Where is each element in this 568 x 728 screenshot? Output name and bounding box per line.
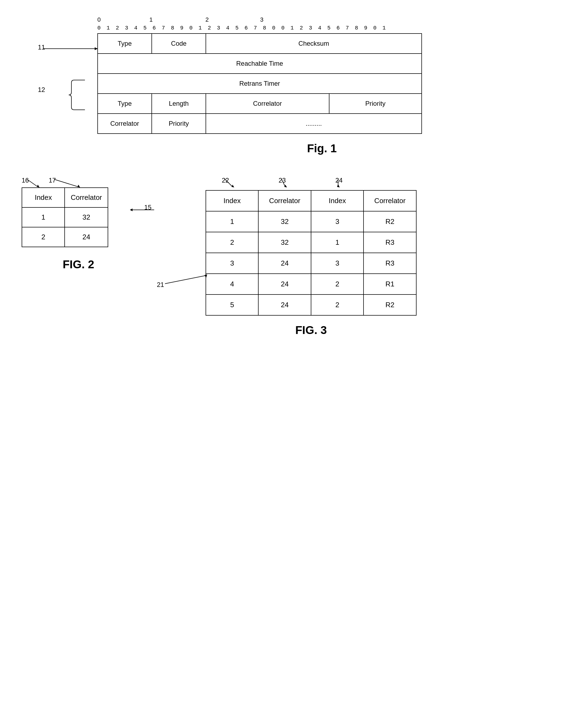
cell-retrans: Retrans Timer bbox=[98, 74, 422, 94]
table-row: Type Length Correlator Priority bbox=[98, 94, 422, 114]
fig2-section: 16 17 Index Correlator bbox=[22, 177, 135, 271]
table-row: 2 24 bbox=[22, 227, 108, 247]
arrow-15 bbox=[130, 206, 157, 214]
table-row: 2 32 1 R3 bbox=[206, 232, 416, 253]
cell-r2c3: 1 bbox=[311, 232, 364, 253]
cell-r3c4: R3 bbox=[364, 253, 416, 274]
cell-r5c2: 24 bbox=[258, 294, 311, 315]
cell-correlator-1: Correlator bbox=[206, 94, 329, 114]
bit-ruler: 0 1 2 3 0 1 2 3 4 5 6 7 8 9 0 1 2 3 4 5 … bbox=[97, 16, 546, 31]
cell-length: Length bbox=[152, 94, 206, 114]
cell-r1c2: 32 bbox=[258, 211, 311, 232]
fig3-section: 22 23 24 bbox=[184, 177, 417, 337]
svg-line-2 bbox=[27, 179, 38, 187]
fig3-table: Index Correlator Index Correlator 1 32 3… bbox=[206, 190, 417, 316]
cell-r5c4: R2 bbox=[364, 294, 416, 315]
cell-2: 2 bbox=[22, 227, 65, 247]
bit-numbers: 0 1 2 3 4 5 6 7 8 9 0 1 2 3 4 5 6 7 8 0 … bbox=[97, 25, 546, 31]
table-row: 5 24 2 R2 bbox=[206, 294, 416, 315]
col-arrows bbox=[206, 177, 417, 190]
cell-r3c2: 24 bbox=[258, 253, 311, 274]
cell-r2c1: 2 bbox=[206, 232, 258, 253]
cell-dots: ......... bbox=[206, 114, 422, 134]
cell-priority-2: Priority bbox=[152, 114, 206, 134]
arrow-21 bbox=[162, 273, 216, 286]
label-12: 12 bbox=[38, 86, 45, 94]
cell-checksum: Checksum bbox=[206, 34, 422, 54]
packet-table: Type Code Checksum Reachable Time Retran… bbox=[97, 33, 422, 134]
cell-correlator-2: Correlator bbox=[98, 114, 152, 134]
col-index-2-header: Index bbox=[311, 190, 364, 211]
cell-r1c4: R2 bbox=[364, 211, 416, 232]
arrow-12 bbox=[47, 79, 101, 111]
table-row: Retrans Timer bbox=[98, 74, 422, 94]
cell-r5c3: 2 bbox=[311, 294, 364, 315]
ruler-major-0: 0 bbox=[97, 16, 101, 23]
col-correlator-header: Correlator bbox=[65, 188, 108, 207]
cell-code: Code bbox=[152, 34, 206, 54]
col-correlator-2-header: Correlator bbox=[364, 190, 416, 211]
table-row: 1 32 3 R2 bbox=[206, 211, 416, 232]
fig1-section: 0 1 2 3 0 1 2 3 4 5 6 7 8 9 0 1 2 3 4 5 … bbox=[22, 16, 546, 155]
table-row: 4 24 2 R1 bbox=[206, 274, 416, 294]
cell-32-1: 32 bbox=[65, 207, 108, 227]
col-index-1-header: Index bbox=[206, 190, 258, 211]
fig1-caption: Fig. 1 bbox=[97, 142, 546, 155]
cell-1: 1 bbox=[22, 207, 65, 227]
table-row: 3 24 3 R3 bbox=[206, 253, 416, 274]
ruler-major-3: 3 bbox=[260, 16, 263, 23]
table-row: Index Correlator Index Correlator bbox=[206, 190, 416, 211]
ruler-major-1: 1 bbox=[149, 16, 153, 23]
svg-marker-5 bbox=[77, 185, 80, 187]
svg-line-8 bbox=[224, 179, 233, 187]
fig3-col-labels: 22 23 24 bbox=[206, 177, 417, 190]
svg-line-10 bbox=[281, 179, 285, 187]
cell-r1c1: 1 bbox=[206, 211, 258, 232]
cell-r1c3: 3 bbox=[311, 211, 364, 232]
ruler-major-2: 2 bbox=[206, 16, 209, 23]
col-index-header: Index bbox=[22, 188, 65, 207]
svg-line-4 bbox=[54, 179, 78, 187]
table-row: Type Code Checksum bbox=[98, 34, 422, 54]
page: 0 1 2 3 0 1 2 3 4 5 6 7 8 9 0 1 2 3 4 5 … bbox=[0, 0, 568, 728]
svg-line-14 bbox=[165, 276, 206, 284]
table-row: Reachable Time bbox=[98, 54, 422, 74]
svg-marker-15 bbox=[204, 274, 207, 278]
cell-type-1: Type bbox=[98, 34, 152, 54]
svg-marker-1 bbox=[95, 47, 98, 50]
cell-r2c2: 32 bbox=[258, 232, 311, 253]
table-row: Index Correlator bbox=[22, 188, 108, 207]
fig2-caption: FIG. 2 bbox=[22, 258, 135, 271]
table-row: 1 32 bbox=[22, 207, 108, 227]
cell-type-2: Type bbox=[98, 94, 152, 114]
cell-reachable: Reachable Time bbox=[98, 54, 422, 74]
fig2-fig3-row: 16 17 Index Correlator bbox=[22, 177, 546, 337]
table-row: Correlator Priority ......... bbox=[98, 114, 422, 134]
cell-24-1: 24 bbox=[65, 227, 108, 247]
cell-r3c3: 3 bbox=[311, 253, 364, 274]
cell-r2c4: R3 bbox=[364, 232, 416, 253]
cell-priority-1: Priority bbox=[329, 94, 422, 114]
fig3-caption: FIG. 3 bbox=[206, 324, 417, 337]
cell-r5c1: 5 bbox=[206, 294, 258, 315]
svg-marker-9 bbox=[232, 185, 234, 187]
cell-r4c4: R1 bbox=[364, 274, 416, 294]
fig2-table: Index Correlator 1 32 2 24 bbox=[22, 187, 108, 247]
col-correlator-1-header: Correlator bbox=[258, 190, 311, 211]
svg-marker-7 bbox=[130, 209, 133, 211]
cell-r4c3: 2 bbox=[311, 274, 364, 294]
arrow-11 bbox=[43, 45, 103, 53]
cell-r3c1: 3 bbox=[206, 253, 258, 274]
svg-marker-3 bbox=[37, 185, 39, 187]
cell-r4c2: 24 bbox=[258, 274, 311, 294]
